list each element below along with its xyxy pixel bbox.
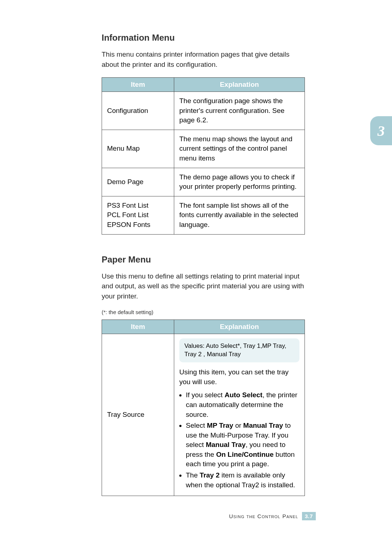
- table-row: Configuration The configuration page sho…: [102, 92, 305, 130]
- list-item: The Tray 2 item is available only when t…: [186, 471, 299, 490]
- list-item: If you select Auto Select, the printer c…: [186, 390, 299, 419]
- table-row: Demo Page The demo page allows you to ch…: [102, 168, 305, 196]
- list-item: Select MP Tray or Manual Tray to use the…: [186, 421, 299, 469]
- page-content: Information Menu This menu contains prin…: [102, 33, 305, 496]
- explanation-cell: Values: Auto Select*, Tray 1,MP Tray, Tr…: [174, 334, 305, 496]
- col-header-item: Item: [102, 78, 174, 92]
- chapter-number: 3: [377, 122, 385, 139]
- explanation-cell: The menu map shows the layout and curren…: [174, 130, 305, 168]
- table-row: PS3 Font List PCL Font List EPSON Fonts …: [102, 196, 305, 234]
- information-menu-table: Item Explanation Configuration The confi…: [102, 77, 305, 235]
- explanation-cell: The demo page allows you to check if you…: [174, 168, 305, 196]
- default-setting-note: (*: the default setting): [102, 309, 305, 315]
- document-page: 3 Information Menu This menu contains pr…: [0, 0, 392, 553]
- paper-menu-table: Item Explanation Tray Source Values: Aut…: [102, 320, 305, 496]
- item-cell: Configuration: [102, 92, 174, 130]
- col-header-explanation: Explanation: [174, 78, 305, 92]
- table-row: Tray Source Values: Auto Select*, Tray 1…: [102, 334, 305, 496]
- item-cell: Demo Page: [102, 168, 174, 196]
- item-cell: Tray Source: [102, 334, 174, 496]
- explanation-cell: The font sample list shows all of the fo…: [174, 196, 305, 234]
- item-line: EPSON Fonts: [107, 220, 169, 230]
- section-heading-information-menu: Information Menu: [102, 33, 305, 43]
- col-header-explanation: Explanation: [174, 320, 305, 334]
- explanation-lead: Using this item, you can set the tray yo…: [179, 368, 289, 386]
- footer-title: Using the Control Panel: [229, 513, 298, 519]
- chapter-side-tab: 3: [370, 116, 392, 145]
- information-menu-intro: This menu contains printer information p…: [102, 49, 305, 69]
- explanation-cell: The configuration page shows the printer…: [174, 92, 305, 130]
- col-header-item: Item: [102, 320, 174, 334]
- page-number-badge: 3.7: [302, 512, 316, 520]
- section-heading-paper-menu: Paper Menu: [102, 255, 305, 265]
- page-footer: Using the Control Panel 3.7: [229, 512, 316, 520]
- paper-menu-intro: Use this menu to define all settings rel…: [102, 271, 305, 301]
- item-line: PS3 Font List: [107, 201, 169, 211]
- item-cell: Menu Map: [102, 130, 174, 168]
- values-box: Values: Auto Select*, Tray 1,MP Tray, Tr…: [179, 338, 299, 362]
- explanation-bullets: If you select Auto Select, the printer c…: [179, 390, 299, 490]
- item-line: PCL Font List: [107, 210, 169, 220]
- item-cell: PS3 Font List PCL Font List EPSON Fonts: [102, 196, 174, 234]
- explanation-body: Using this item, you can set the tray yo…: [179, 367, 299, 490]
- table-row: Menu Map The menu map shows the layout a…: [102, 130, 305, 168]
